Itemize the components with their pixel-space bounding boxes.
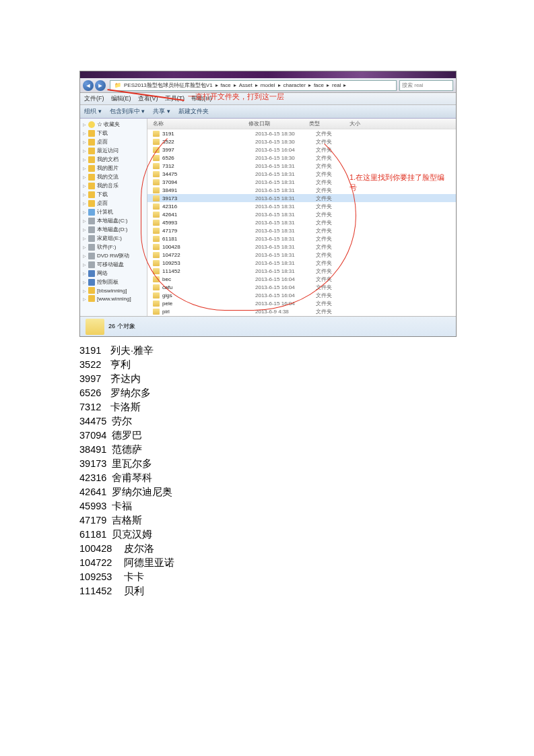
file-row[interactable]: 31912013-6-15 18:30文件夹: [147, 129, 456, 137]
file-row[interactable]: 1004282013-6-15 18:31文件夹: [147, 243, 456, 251]
sidebar-item[interactable]: ▷[www.winning]: [81, 294, 145, 303]
player-row: 42641 罗纳尔迪尼奥: [79, 485, 455, 499]
sidebar-item[interactable]: ▷计算机: [81, 208, 145, 216]
sidebar-item[interactable]: ▷[bbswinning]: [81, 286, 145, 294]
sidebar-item[interactable]: ▷最近访问: [81, 146, 145, 155]
toolbar: 组织 ▾ 包含到库中 ▾ 共享 ▾ 新建文件夹: [80, 105, 456, 119]
player-row: 6526 罗纳尔多: [79, 386, 455, 400]
search-input[interactable]: 搜索 real: [399, 80, 453, 91]
nav-tree: ▷☆ 收藏夹▷下载▷桌面▷最近访问▷我的文档▷我的图片▷我的交流▷我的音乐▷下载…: [80, 119, 147, 316]
file-row[interactable]: 423162013-6-15 18:31文件夹: [147, 202, 456, 210]
sidebar-item[interactable]: ▷桌面: [81, 199, 145, 208]
file-row[interactable]: 1092532013-6-15 18:31文件夹: [147, 259, 456, 267]
sidebar-item[interactable]: ▷本地磁盘(C:): [81, 216, 145, 225]
file-row[interactable]: 611812013-6-15 18:31文件夹: [147, 234, 456, 243]
file-list: 名称 修改日期 类型 大小 31912013-6-15 18:30文件夹3522…: [147, 119, 456, 316]
player-row: 38491 范德萨: [79, 443, 455, 457]
col-name[interactable]: 名称: [147, 120, 248, 127]
include-button[interactable]: 包含到库中 ▾: [110, 107, 145, 116]
player-row: 34475 劳尔: [79, 414, 455, 429]
sidebar-item[interactable]: ▷我的音乐: [81, 181, 145, 190]
player-row: 45993 卡福: [79, 499, 455, 513]
sidebar-item[interactable]: ▷桌面: [81, 137, 145, 146]
content-area: ▷☆ 收藏夹▷下载▷桌面▷最近访问▷我的文档▷我的图片▷我的交流▷我的音乐▷下载…: [80, 119, 456, 316]
sidebar-item[interactable]: ▷本地磁盘(D:): [81, 225, 145, 234]
status-text: 26 个对象: [108, 322, 135, 331]
file-row[interactable]: 391732013-6-15 18:31文件夹: [147, 194, 456, 202]
player-row: 37094 德罗巴: [79, 429, 455, 443]
player-row: 42316 舍甫琴科: [79, 471, 455, 485]
explorer-screenshot: ◄ ► 📁 PES2013脸型包球员特征库脸型包V1 ▸face ▸Asset …: [79, 71, 457, 337]
menu-edit[interactable]: 编辑(E): [111, 94, 131, 103]
sidebar-item[interactable]: ▷网络: [81, 269, 145, 278]
player-id-list: 3191 列夫·雅辛3522 亨利3997 齐达内6526 罗纳尔多7312 卡…: [79, 344, 455, 598]
file-row[interactable]: 426412013-6-15 18:31文件夹: [147, 210, 456, 218]
player-row: 61181 贝克汉姆: [79, 528, 455, 542]
nav-buttons: ◄ ►: [83, 80, 106, 91]
status-bar: 26 个对象: [80, 316, 456, 336]
column-headers: 名称 修改日期 类型 大小: [147, 119, 456, 129]
forward-button[interactable]: ►: [95, 80, 106, 91]
newfolder-button[interactable]: 新建文件夹: [178, 107, 209, 116]
player-row: 111452 贝利: [79, 584, 455, 598]
back-button[interactable]: ◄: [83, 80, 94, 91]
file-row[interactable]: 1114522013-6-15 18:31文件夹: [147, 267, 456, 275]
player-row: 7312 卡洛斯: [79, 400, 455, 414]
address-bar: ◄ ► 📁 PES2013脸型包球员特征库脸型包V1 ▸face ▸Asset …: [80, 78, 456, 93]
col-date[interactable]: 修改日期: [248, 120, 309, 127]
player-row: 3997 齐达内: [79, 372, 455, 386]
sidebar-item[interactable]: ▷可移动磁盘: [81, 260, 145, 269]
sidebar-item[interactable]: ▷下载: [81, 190, 145, 199]
organize-button[interactable]: 组织 ▾: [84, 107, 102, 116]
big-folder-icon: [86, 319, 104, 335]
sidebar-item[interactable]: ▷下载: [81, 129, 145, 137]
sidebar-item[interactable]: ▷☆ 收藏夹: [81, 120, 145, 129]
sidebar-item[interactable]: ▷DVD RW驱动: [81, 251, 145, 260]
file-row[interactable]: 35222013-6-15 18:30文件夹: [147, 137, 456, 146]
file-row[interactable]: gigs2013-6-15 16:04文件夹: [147, 291, 456, 299]
menu-file[interactable]: 文件(F): [84, 94, 104, 103]
col-size[interactable]: 大小: [349, 120, 383, 127]
file-row[interactable]: pirl2013-6-9 4:38文件夹: [147, 307, 456, 315]
breadcrumb[interactable]: 📁 PES2013脸型包球员特征库脸型包V1 ▸face ▸Asset ▸mod…: [110, 80, 397, 91]
player-row: 104722 阿德里亚诺: [79, 556, 455, 570]
file-row[interactable]: pele2013-6-15 16:04文件夹: [147, 299, 456, 307]
file-row[interactable]: cafu2013-6-15 16:04文件夹: [147, 283, 456, 291]
annotation-1: 一直打开文件夹，打到这一层: [188, 92, 284, 102]
sidebar-item[interactable]: ▷我的交流: [81, 172, 145, 181]
file-row[interactable]: 39972013-6-15 16:04文件夹: [147, 146, 456, 154]
player-row: 109253 卡卡: [79, 570, 455, 584]
player-row: 47179 吉格斯: [79, 513, 455, 528]
col-type[interactable]: 类型: [309, 120, 349, 127]
file-row[interactable]: 1047222013-6-15 18:31文件夹: [147, 251, 456, 259]
sidebar-item[interactable]: ▷家庭组(E:): [81, 234, 145, 243]
file-row[interactable]: 471792013-6-15 18:31文件夹: [147, 226, 456, 234]
share-button[interactable]: 共享 ▾: [153, 107, 170, 116]
file-rows: 31912013-6-15 18:30文件夹35222013-6-15 18:3…: [147, 129, 456, 316]
file-row[interactable]: 459932013-6-15 18:31文件夹: [147, 218, 456, 226]
file-row[interactable]: bec2013-6-15 16:04文件夹: [147, 275, 456, 283]
window-titlebar: [80, 71, 456, 78]
file-row[interactable]: 73122013-6-15 18:31文件夹: [147, 162, 456, 170]
annotation-2: 1.在这里找到你要挂了脸型编号: [349, 172, 450, 193]
sidebar-item[interactable]: ▷我的图片: [81, 164, 145, 172]
player-row: 39173 里瓦尔多: [79, 457, 455, 471]
file-row[interactable]: 65262013-6-15 18:30文件夹: [147, 154, 456, 162]
sidebar-item[interactable]: ▷控制面板: [81, 278, 145, 286]
sidebar-item[interactable]: ▷我的文档: [81, 155, 145, 164]
player-row: 3191 列夫·雅辛: [79, 344, 455, 358]
player-row: 3522 亨利: [79, 358, 455, 372]
sidebar-item[interactable]: ▷软件(F:): [81, 243, 145, 251]
player-row: 100428 皮尔洛: [79, 542, 455, 556]
